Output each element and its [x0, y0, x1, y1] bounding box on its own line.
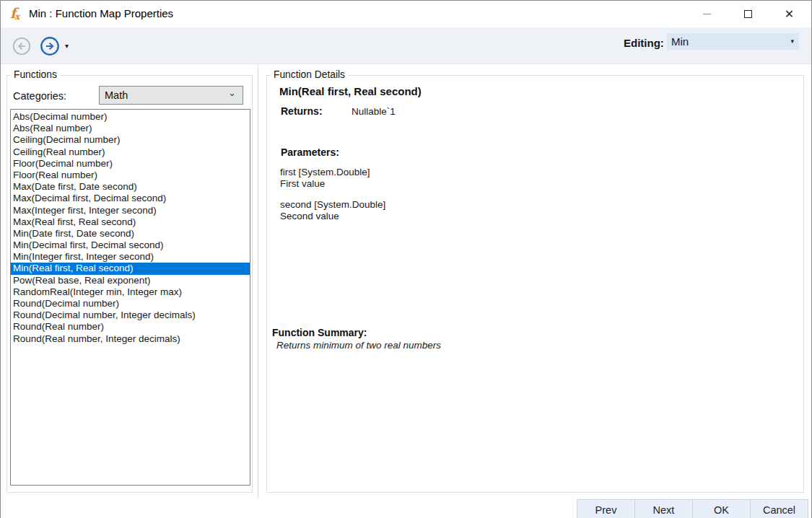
- function-list-item[interactable]: Ceiling(Decimal number): [11, 134, 250, 146]
- editing-caret-icon: ▾: [790, 38, 794, 45]
- function-list-item[interactable]: Round(Real number, Integer decimals): [11, 333, 250, 345]
- minimize-button[interactable]: [686, 1, 728, 27]
- editing-dropdown[interactable]: Min ▾: [667, 33, 799, 50]
- categories-chevron-icon: ⌄: [228, 87, 236, 98]
- next-button[interactable]: Next: [634, 499, 693, 518]
- back-button[interactable]: [12, 37, 31, 58]
- function-list-item[interactable]: Round(Real number): [11, 321, 250, 333]
- function-list-item[interactable]: Min(Decimal first, Decimal second): [11, 240, 250, 251]
- function-list-item[interactable]: Max(Real first, Real second): [11, 216, 250, 228]
- panel-splitter[interactable]: [258, 64, 258, 499]
- maximize-icon: [744, 10, 752, 18]
- function-list-item[interactable]: Round(Decimal number): [11, 298, 250, 310]
- categories-value: Math: [105, 89, 128, 101]
- parameters-label: Parameters:: [281, 146, 339, 158]
- close-button[interactable]: ✕: [769, 1, 810, 27]
- function-list-item[interactable]: Abs(Decimal number): [11, 111, 250, 123]
- function-details-group-label: Function Details: [271, 69, 348, 80]
- function-map-properties-dialog: fx Min : Function Map Properties ✕: [0, 0, 812, 518]
- function-signature-heading: Min(Real first, Real second): [279, 85, 422, 97]
- forward-button[interactable]: [40, 36, 60, 59]
- function-list-item[interactable]: Max(Decimal first, Decimal second): [11, 193, 250, 204]
- prev-button[interactable]: Prev: [577, 499, 635, 518]
- functions-group-label: Functions: [11, 69, 60, 80]
- parameter-description: Second value: [280, 211, 385, 222]
- function-list-item[interactable]: Ceiling(Real number): [11, 146, 250, 158]
- parameter-entry: second [System.Double]Second value: [280, 199, 385, 222]
- parameter-entry: first [System.Double]First value: [280, 167, 385, 190]
- function-list-item[interactable]: Round(Decimal number, Integer decimals): [11, 310, 250, 321]
- parameters-list: first [System.Double]First valuesecond […: [280, 167, 385, 232]
- categories-label: Categories:: [13, 90, 66, 102]
- function-summary-label: Function Summary:: [272, 327, 367, 338]
- close-icon: ✕: [785, 9, 794, 20]
- function-list-item[interactable]: Min(Integer first, Integer second): [11, 251, 250, 263]
- function-list-item[interactable]: RandomReal(Integer min, Integer max): [11, 286, 250, 298]
- function-list-item[interactable]: Max(Date first, Date second): [11, 181, 250, 193]
- forward-dropdown-caret-icon[interactable]: ▾: [65, 42, 69, 50]
- back-arrow-icon: [12, 37, 31, 56]
- categories-dropdown[interactable]: Math ⌄: [99, 86, 243, 105]
- function-details-group: Function Details Min(Real first, Real se…: [266, 75, 804, 493]
- dialog-buttons: PrevNextOKCancel: [577, 499, 808, 518]
- function-list-item[interactable]: Pow(Real base, Real exponent): [11, 275, 250, 286]
- functions-group: Functions Categories: Math ⌄ Abs(Decimal…: [6, 75, 253, 493]
- title-bar: fx Min : Function Map Properties ✕: [1, 1, 811, 27]
- function-list-item[interactable]: Abs(Real number): [11, 123, 250, 134]
- parameter-signature: second [System.Double]: [280, 199, 385, 211]
- function-list-item[interactable]: Max(Integer first, Integer second): [11, 205, 250, 216]
- function-list: Abs(Decimal number)Abs(Real number)Ceili…: [10, 109, 250, 486]
- ok-button[interactable]: OK: [692, 499, 751, 518]
- function-list-item[interactable]: Floor(Real number): [11, 170, 250, 181]
- function-list-item[interactable]: Min(Real first, Real second): [11, 263, 250, 274]
- function-list-item[interactable]: Min(Date first, Date second): [11, 228, 250, 240]
- parameter-signature: first [System.Double]: [280, 167, 385, 178]
- fx-function-icon: fx: [10, 5, 19, 22]
- function-summary-text: Returns minimum of two real numbers: [276, 340, 441, 351]
- fx-icon-x: x: [14, 12, 19, 22]
- returns-label: Returns:: [281, 105, 323, 117]
- maximize-button[interactable]: [728, 1, 769, 27]
- window-controls: ✕: [686, 1, 810, 27]
- minimize-icon: [703, 14, 711, 14]
- editing-label: Editing:: [624, 37, 664, 49]
- parameter-description: First value: [280, 178, 385, 190]
- toolbar: ▾ Editing: Min ▾: [1, 27, 811, 64]
- window-title: Min : Function Map Properties: [29, 7, 173, 19]
- editing-value: Min: [671, 35, 689, 48]
- function-list-item[interactable]: Floor(Decimal number): [11, 158, 250, 170]
- returns-value: Nullable`1: [352, 106, 396, 117]
- cancel-button[interactable]: Cancel: [750, 499, 808, 518]
- forward-arrow-icon: [40, 36, 60, 56]
